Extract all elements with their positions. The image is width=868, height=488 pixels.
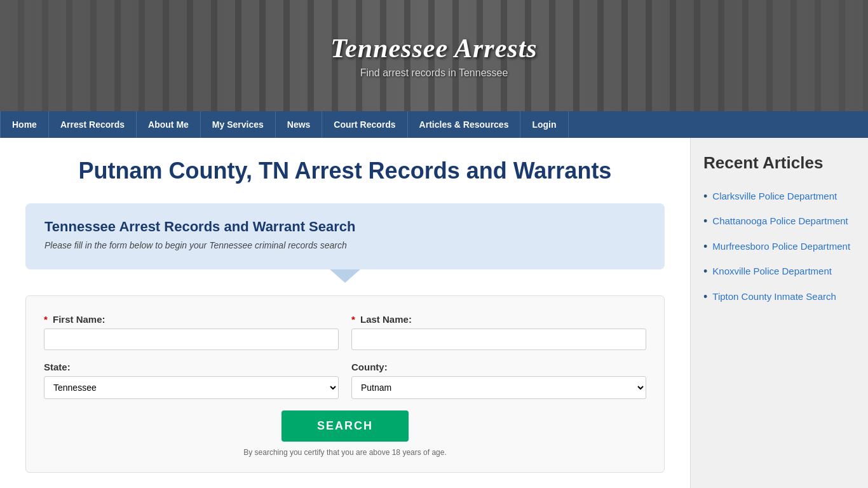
search-box-title: Tennessee Arrest Records and Warrant Sea…: [44, 219, 646, 235]
article-link-chattanooga[interactable]: Chattanooga Police Department: [712, 214, 848, 227]
main-container: Putnam County, TN Arrest Records and War…: [0, 138, 868, 488]
first-name-required: *: [44, 314, 48, 325]
recent-articles-list: • Clarksville Police Department • Chatta…: [703, 184, 855, 309]
list-item: • Chattanooga Police Department: [703, 209, 855, 234]
search-box-subtitle: Please fill in the form below to begin y…: [44, 240, 646, 250]
search-button[interactable]: SEARCH: [281, 410, 409, 442]
search-form: * First Name: * Last Name: State:: [25, 295, 665, 473]
last-name-required: *: [351, 314, 355, 325]
triangle-arrow: [329, 269, 361, 283]
nav-my-services[interactable]: My Services: [201, 111, 276, 138]
name-row: * First Name: * Last Name:: [44, 314, 646, 350]
bullet-icon: •: [703, 290, 707, 304]
page-title: Putnam County, TN Arrest Records and War…: [25, 157, 665, 184]
state-label: State:: [44, 362, 339, 372]
county-select[interactable]: Putnam Davidson Shelby Knox Hamilton: [351, 376, 646, 399]
state-group: State: Tennessee Alabama Georgia Kentuck…: [44, 362, 339, 399]
list-item: • Murfreesboro Police Department: [703, 234, 855, 259]
article-link-murfreesboro[interactable]: Murfreesboro Police Department: [712, 240, 850, 253]
list-item: • Clarksville Police Department: [703, 184, 855, 209]
nav-arrest-records[interactable]: Arrest Records: [49, 111, 137, 138]
nav-news[interactable]: News: [276, 111, 323, 138]
sidebar-title: Recent Articles: [703, 153, 855, 173]
last-name-label: * Last Name:: [351, 314, 646, 325]
county-label: County:: [351, 362, 646, 372]
article-link-tipton[interactable]: Tipton County Inmate Search: [712, 290, 836, 303]
first-name-group: * First Name:: [44, 314, 339, 350]
site-title: Tennessee Arrests: [330, 33, 537, 64]
site-subtitle: Find arrest records in Tennessee: [360, 67, 508, 79]
sidebar: Recent Articles • Clarksville Police Dep…: [690, 138, 868, 488]
nav-about-me[interactable]: About Me: [137, 111, 201, 138]
nav-home[interactable]: Home: [0, 111, 49, 138]
nav-login[interactable]: Login: [520, 111, 568, 138]
form-note: By searching you certify that you are ab…: [44, 448, 646, 457]
last-name-group: * Last Name:: [351, 314, 646, 350]
last-name-input[interactable]: [351, 329, 646, 350]
list-item: • Knoxville Police Department: [703, 259, 855, 284]
search-box-header: Tennessee Arrest Records and Warrant Sea…: [25, 203, 665, 269]
header-banner: Tennessee Arrests Find arrest records in…: [0, 0, 868, 111]
bullet-icon: •: [703, 189, 707, 204]
main-navigation: Home Arrest Records About Me My Services…: [0, 111, 868, 138]
content-area: Putnam County, TN Arrest Records and War…: [0, 138, 690, 488]
article-link-knoxville[interactable]: Knoxville Police Department: [712, 264, 832, 278]
bullet-icon: •: [703, 264, 707, 279]
bullet-icon: •: [703, 240, 707, 254]
location-row: State: Tennessee Alabama Georgia Kentuck…: [44, 362, 646, 399]
county-group: County: Putnam Davidson Shelby Knox Hami…: [351, 362, 646, 399]
first-name-label: * First Name:: [44, 314, 339, 325]
nav-court-records[interactable]: Court Records: [322, 111, 407, 138]
first-name-input[interactable]: [44, 329, 339, 350]
nav-articles-resources[interactable]: Articles & Resources: [408, 111, 521, 138]
article-link-clarksville[interactable]: Clarksville Police Department: [712, 189, 837, 203]
bullet-icon: •: [703, 214, 707, 229]
list-item: • Tipton County Inmate Search: [703, 285, 855, 309]
state-select[interactable]: Tennessee Alabama Georgia Kentucky Missi…: [44, 376, 339, 399]
box-connector: [25, 269, 665, 283]
